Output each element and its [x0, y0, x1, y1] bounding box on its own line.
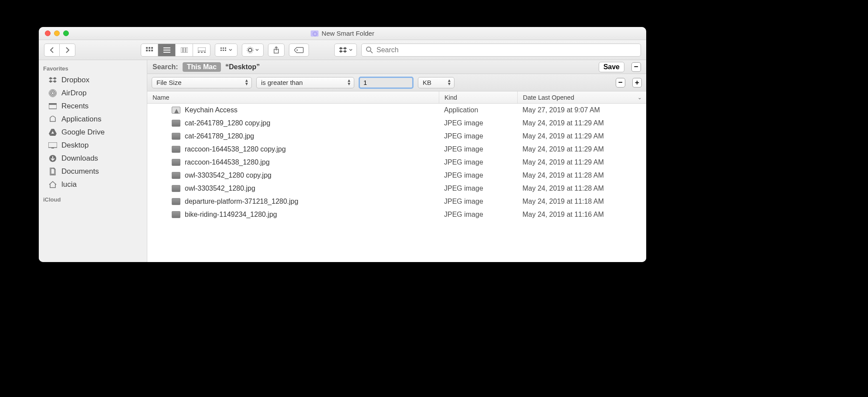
save-button[interactable]: Save — [599, 62, 624, 72]
column-date[interactable]: Date Last Opened⌄ — [517, 91, 646, 103]
criteria-attribute-select[interactable]: File Size ▲▼ — [152, 77, 252, 88]
share-icon — [273, 47, 279, 54]
select-arrows-icon: ▲▼ — [244, 79, 249, 86]
sidebar-item-google-drive[interactable]: Google Drive — [39, 126, 147, 139]
criteria-operator-select[interactable]: is greater than ▲▼ — [256, 77, 354, 88]
column-view-button[interactable] — [176, 44, 193, 57]
svg-rect-5 — [151, 50, 153, 51]
svg-rect-19 — [220, 50, 222, 51]
window-title: New Smart Folder — [322, 30, 374, 37]
titlebar: New Smart Folder — [39, 27, 646, 40]
svg-rect-0 — [146, 47, 148, 49]
sidebar-item-recents[interactable]: Recents — [39, 100, 147, 113]
forward-button[interactable] — [60, 44, 75, 57]
chevron-right-icon — [65, 47, 70, 53]
svg-point-25 — [297, 49, 298, 50]
sidebar-item-label: Documents — [61, 167, 99, 176]
zoom-window-button[interactable] — [63, 30, 69, 36]
remove-search-button[interactable]: − — [631, 62, 641, 72]
criteria-attribute-value: File Size — [156, 79, 182, 86]
svg-rect-1 — [149, 47, 150, 49]
table-row[interactable]: cat-2641789_1280.jpg JPEG image May 24, … — [147, 130, 646, 143]
sidebar-item-downloads[interactable]: Downloads — [39, 152, 147, 165]
tag-icon — [294, 47, 304, 53]
file-thumb-icon — [172, 198, 180, 205]
file-name: raccoon-1644538_1280.jpg — [185, 158, 270, 166]
svg-rect-16 — [220, 47, 222, 49]
table-row[interactable]: owl-3303542_1280.jpg JPEG image May 24, … — [147, 182, 646, 195]
column-name[interactable]: Name — [147, 91, 439, 103]
svg-rect-17 — [223, 47, 224, 49]
sidebar-item-documents[interactable]: Documents — [39, 165, 147, 178]
gallery-view-button[interactable] — [193, 44, 210, 57]
sidebar-item-applications[interactable]: Applications — [39, 113, 147, 126]
svg-point-26 — [366, 47, 371, 51]
minimize-window-button[interactable] — [54, 30, 60, 36]
dropbox-button[interactable] — [334, 44, 357, 57]
column-headers: Name Kind Date Last Opened⌄ — [147, 91, 646, 104]
arrange-button[interactable] — [215, 44, 237, 57]
traffic-lights — [45, 30, 69, 36]
main-panel: Search: This Mac “Desktop” Save − File S… — [147, 60, 646, 262]
select-arrows-icon: ▲▼ — [347, 79, 351, 86]
sidebar-item-dropbox[interactable]: Dropbox — [39, 74, 147, 87]
file-thumb-icon — [172, 211, 180, 218]
sidebar-item-desktop[interactable]: Desktop — [39, 139, 147, 152]
columns-icon — [181, 47, 188, 53]
criteria-value-input[interactable] — [359, 77, 414, 89]
search-field[interactable] — [361, 44, 641, 57]
table-row[interactable]: departure-platform-371218_1280.jpg JPEG … — [147, 195, 646, 208]
sidebar-item-label: Google Drive — [61, 128, 105, 137]
scope-desktop[interactable]: “Desktop” — [225, 63, 260, 71]
search-label: Search: — [153, 63, 178, 71]
tags-button[interactable] — [289, 44, 309, 57]
remove-criteria-button[interactable]: − — [616, 78, 625, 87]
view-mode-buttons — [141, 44, 210, 57]
add-criteria-button[interactable]: + — [632, 78, 642, 87]
desktop-icon — [48, 141, 57, 149]
criteria-unit-select[interactable]: KB ▲▼ — [418, 77, 454, 88]
icon-view-button[interactable] — [141, 44, 158, 57]
sidebar-item-airdrop[interactable]: AirDrop — [39, 87, 147, 100]
sidebar-item-label: lucia — [61, 180, 77, 189]
svg-rect-21 — [225, 50, 226, 51]
search-input[interactable] — [376, 46, 636, 54]
column-kind[interactable]: Kind — [439, 91, 517, 103]
file-kind: JPEG image — [439, 172, 517, 179]
table-row[interactable]: Keychain Access Application May 27, 2019… — [147, 104, 646, 117]
table-row[interactable]: bike-riding-1149234_1280.jpg JPEG image … — [147, 208, 646, 221]
svg-point-27 — [51, 92, 54, 94]
svg-rect-11 — [186, 47, 188, 53]
svg-rect-9 — [181, 47, 183, 53]
table-row[interactable]: raccoon-1644538_1280.jpg JPEG image May … — [147, 156, 646, 169]
sidebar: Favorites Dropbox AirDrop Recents Applic… — [39, 60, 147, 262]
file-name: Keychain Access — [185, 106, 237, 114]
file-kind: JPEG image — [439, 158, 517, 166]
close-window-button[interactable] — [45, 30, 51, 36]
table-row[interactable]: raccoon-1644538_1280 copy.jpg JPEG image… — [147, 143, 646, 156]
nav-buttons — [44, 44, 75, 57]
sidebar-item-home[interactable]: lucia — [39, 178, 147, 191]
svg-rect-13 — [198, 52, 200, 53]
svg-rect-31 — [49, 103, 57, 104]
window-title-area: New Smart Folder — [311, 30, 374, 37]
file-kind: JPEG image — [439, 211, 517, 219]
file-kind: JPEG image — [439, 185, 517, 192]
scope-this-mac[interactable]: This Mac — [183, 62, 221, 72]
table-row[interactable]: owl-3303542_1280 copy.jpg JPEG image May… — [147, 169, 646, 182]
select-arrows-icon: ▲▼ — [447, 79, 451, 86]
file-date: May 24, 2019 at 11:28 AM — [517, 172, 646, 179]
table-row[interactable]: cat-2641789_1280 copy.jpg JPEG image May… — [147, 117, 646, 130]
file-thumb-icon — [172, 107, 180, 114]
share-button[interactable] — [268, 44, 285, 57]
search-scope-bar: Search: This Mac “Desktop” Save − — [147, 60, 646, 74]
list-view-button[interactable] — [158, 44, 176, 57]
action-button[interactable] — [242, 44, 264, 57]
sidebar-section-icloud: iCloud — [39, 194, 147, 205]
file-thumb-icon — [172, 146, 180, 153]
file-name: bike-riding-1149234_1280.jpg — [185, 211, 277, 219]
back-button[interactable] — [44, 44, 60, 57]
criteria-unit-value: KB — [423, 79, 431, 86]
file-thumb-icon — [172, 185, 180, 192]
svg-rect-12 — [198, 47, 206, 51]
